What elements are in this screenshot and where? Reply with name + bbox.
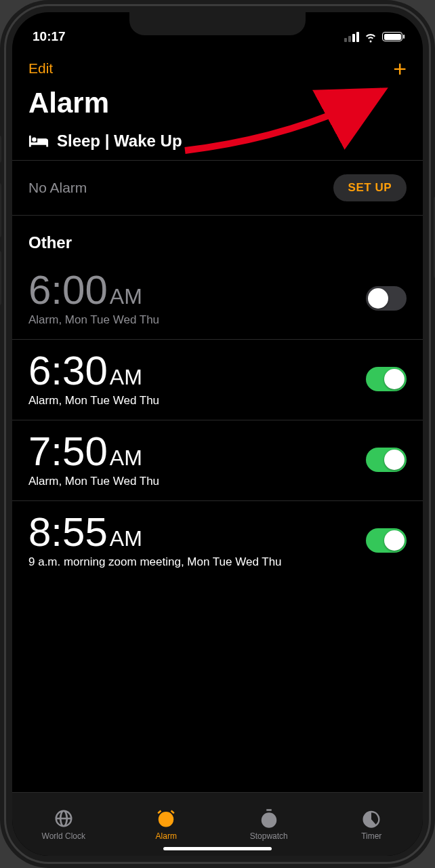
alarm-row[interactable]: 6:00AMAlarm, Mon Tue Wed Thu xyxy=(12,259,423,339)
status-time: 10:17 xyxy=(33,29,66,44)
alarm-label: Alarm, Mon Tue Wed Thu xyxy=(28,475,159,488)
alarm-row[interactable]: 7:50AMAlarm, Mon Tue Wed Thu xyxy=(12,420,423,500)
alarm-label: 9 a.m. morning zoom meeting, Mon Tue Wed… xyxy=(28,555,282,569)
phone-device-frame: 10:17 Edit + Alarm Sleep | Wake Up No Al… xyxy=(0,0,435,868)
sleep-section-header: Sleep | Wake Up xyxy=(12,127,423,160)
alarm-time: 6:30AM xyxy=(28,351,159,391)
alarm-time: 6:00AM xyxy=(28,270,159,311)
timer-icon xyxy=(361,808,381,829)
sleep-alarm-row: No Alarm SET UP xyxy=(12,160,423,215)
wifi-icon xyxy=(364,30,377,43)
battery-icon xyxy=(382,32,402,41)
home-indicator[interactable] xyxy=(163,847,272,850)
edit-button[interactable]: Edit xyxy=(28,60,53,77)
tab-label: Stopwatch xyxy=(250,831,288,841)
tab-world-clock[interactable]: World Clock xyxy=(12,793,115,856)
bed-icon xyxy=(28,134,49,149)
alarm-label: Alarm, Mon Tue Wed Thu xyxy=(28,313,159,327)
setup-sleep-button[interactable]: SET UP xyxy=(333,174,407,201)
page-title: Alarm xyxy=(12,81,423,127)
nav-bar: Edit + xyxy=(12,49,423,81)
notch xyxy=(129,12,306,35)
tab-label: World Clock xyxy=(42,831,85,841)
alarm-toggle[interactable] xyxy=(366,286,407,311)
sleep-section-label: Sleep | Wake Up xyxy=(57,132,182,151)
alarm-row[interactable]: 6:30AMAlarm, Mon Tue Wed Thu xyxy=(12,339,423,420)
alarm-label: Alarm, Mon Tue Wed Thu xyxy=(28,394,159,408)
tab-label: Alarm xyxy=(156,831,177,841)
no-alarm-label: No Alarm xyxy=(28,180,87,196)
alarm-time: 8:55AM xyxy=(28,512,282,553)
alarm-toggle[interactable] xyxy=(366,367,407,391)
add-alarm-button[interactable]: + xyxy=(393,57,407,80)
tab-label: Timer xyxy=(361,831,381,841)
tab-bar: World Clock Alarm Stopwatch Timer xyxy=(12,792,423,856)
stopwatch-icon xyxy=(259,808,279,829)
other-section-header: Other xyxy=(12,215,423,259)
alarm-clock-icon xyxy=(156,808,176,829)
alarm-toggle[interactable] xyxy=(366,448,407,472)
screen: 10:17 Edit + Alarm Sleep | Wake Up No Al… xyxy=(12,12,423,856)
alarm-time: 7:50AM xyxy=(28,431,159,472)
alarm-row[interactable]: 8:55AM9 a.m. morning zoom meeting, Mon T… xyxy=(12,500,423,581)
cellular-signal-icon xyxy=(344,32,359,42)
tab-timer[interactable]: Timer xyxy=(320,793,423,856)
alarm-toggle[interactable] xyxy=(366,528,407,553)
globe-icon xyxy=(54,808,74,829)
